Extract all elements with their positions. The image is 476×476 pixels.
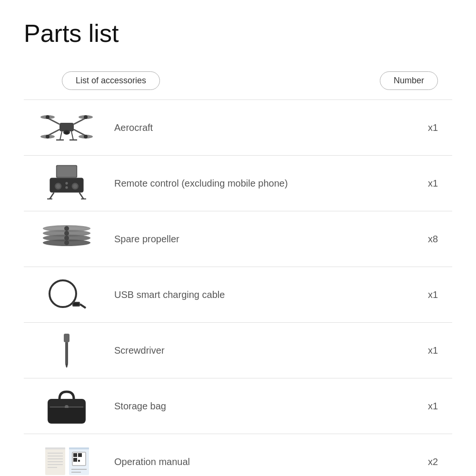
item-qty-propeller: x8 bbox=[414, 234, 452, 245]
svg-point-25 bbox=[73, 184, 77, 188]
col2-header: Number bbox=[380, 71, 438, 90]
svg-rect-21 bbox=[50, 178, 83, 192]
svg-rect-54 bbox=[49, 408, 85, 423]
svg-line-16 bbox=[71, 131, 73, 140]
table-row: USB smart charging cable x1 bbox=[24, 267, 452, 322]
item-icon-screwdriver bbox=[24, 331, 109, 369]
svg-point-12 bbox=[84, 115, 88, 119]
table-row: Remote control (excluding mobile phone) … bbox=[24, 155, 452, 211]
svg-rect-56 bbox=[45, 447, 65, 449]
svg-rect-64 bbox=[69, 447, 89, 449]
svg-rect-55 bbox=[45, 447, 65, 475]
item-name-usb: USB smart charging cable bbox=[109, 289, 414, 300]
item-qty-bag: x1 bbox=[414, 401, 452, 412]
svg-rect-66 bbox=[73, 453, 77, 457]
item-icon-propeller bbox=[24, 220, 109, 258]
item-name-aerocraft: Aerocraft bbox=[109, 122, 414, 133]
item-icon-manual bbox=[24, 443, 109, 476]
table-row: Storage bag x1 bbox=[24, 378, 452, 434]
table-row: Screwdriver x1 bbox=[24, 322, 452, 378]
page-title: Parts list bbox=[24, 19, 452, 48]
svg-line-6 bbox=[74, 129, 86, 136]
table-row: Operation manual x2 bbox=[24, 434, 452, 476]
item-name-manual: Operation manual bbox=[109, 456, 414, 467]
table-header: List of accessories Number bbox=[24, 67, 452, 99]
table-row: Spare propeller x8 bbox=[24, 211, 452, 267]
svg-line-3 bbox=[48, 118, 60, 124]
svg-point-13 bbox=[46, 135, 50, 139]
item-name-bag: Storage bag bbox=[109, 401, 414, 412]
svg-rect-48 bbox=[64, 334, 69, 342]
svg-line-15 bbox=[60, 131, 62, 140]
svg-line-5 bbox=[48, 129, 60, 136]
svg-rect-49 bbox=[65, 342, 68, 364]
svg-line-29 bbox=[79, 193, 84, 199]
item-qty-screwdriver: x1 bbox=[414, 345, 452, 356]
svg-line-47 bbox=[80, 304, 86, 308]
item-name-screwdriver: Screwdriver bbox=[109, 345, 414, 356]
svg-rect-68 bbox=[78, 453, 82, 457]
item-name-propeller: Spare propeller bbox=[109, 234, 414, 245]
item-qty-manual: x2 bbox=[414, 456, 452, 467]
svg-point-11 bbox=[46, 115, 50, 119]
svg-point-27 bbox=[65, 186, 68, 188]
svg-point-43 bbox=[64, 240, 69, 245]
table-row: Aerocraft x1 bbox=[24, 99, 452, 155]
item-icon-bag bbox=[24, 387, 109, 425]
svg-point-44 bbox=[50, 280, 76, 307]
item-icon-usb bbox=[24, 276, 109, 314]
svg-point-42 bbox=[64, 236, 69, 240]
parts-table: List of accessories Number bbox=[24, 67, 452, 476]
item-qty-aerocraft: x1 bbox=[414, 122, 452, 133]
svg-rect-70 bbox=[74, 460, 76, 462]
svg-rect-46 bbox=[73, 303, 79, 306]
svg-rect-20 bbox=[57, 166, 77, 177]
svg-line-4 bbox=[74, 118, 86, 124]
item-name-remote: Remote control (excluding mobile phone) bbox=[109, 178, 414, 189]
svg-rect-69 bbox=[78, 460, 80, 462]
svg-point-40 bbox=[64, 226, 69, 231]
item-qty-usb: x1 bbox=[414, 289, 452, 300]
svg-point-14 bbox=[84, 135, 88, 139]
svg-point-23 bbox=[56, 184, 60, 188]
item-icon-remote bbox=[24, 164, 109, 202]
col1-header: List of accessories bbox=[62, 71, 160, 90]
svg-line-28 bbox=[50, 193, 54, 199]
svg-point-41 bbox=[64, 231, 69, 236]
svg-point-26 bbox=[65, 182, 68, 184]
item-icon-aerocraft bbox=[24, 109, 109, 147]
svg-marker-50 bbox=[65, 364, 68, 367]
svg-point-2 bbox=[65, 131, 69, 134]
item-qty-remote: x1 bbox=[414, 178, 452, 189]
